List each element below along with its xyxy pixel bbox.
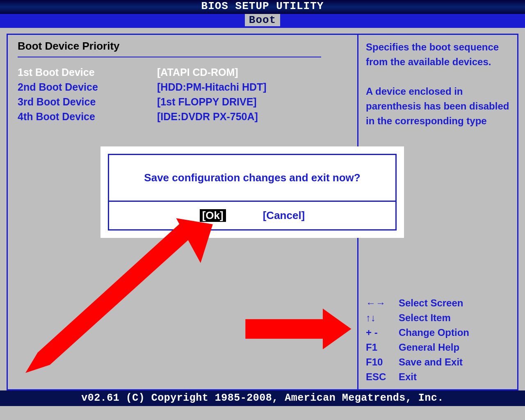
boot-device-label: 2nd Boot Device (18, 80, 157, 94)
key-row: F10 Save and Exit (366, 355, 510, 370)
boot-device-label: 1st Boot Device (18, 65, 157, 80)
key-name: ESC (366, 370, 399, 384)
boot-device-label: 3rd Boot Device (18, 94, 157, 109)
help-paragraph: Specifies the boot sequence from the ava… (366, 40, 510, 69)
key-desc: Save and Exit (399, 355, 463, 370)
section-title: Boot Device Priority (18, 40, 321, 57)
app-title: BIOS SETUP UTILITY (201, 0, 324, 12)
key-desc: Select Item (399, 310, 451, 325)
footer-bar: v02.61 (C) Copyright 1985-2008, American… (0, 390, 525, 406)
main-area: Boot Device Priority 1st Boot Device [AT… (0, 28, 525, 390)
key-row: ↑↓ Select Item (366, 310, 510, 325)
boot-device-value: [1st FLOPPY DRIVE] (157, 94, 257, 109)
boot-device-value: [HDD:PM-Hitachi HDT] (157, 80, 267, 94)
save-exit-dialog: Save configuration changes and exit now?… (100, 146, 404, 238)
key-desc: General Help (399, 340, 459, 355)
key-desc: Select Screen (399, 296, 463, 310)
key-name: + - (366, 325, 399, 340)
tab-boot[interactable]: Boot (245, 14, 280, 26)
key-row: ESC Exit (366, 370, 510, 384)
dialog-box: Save configuration changes and exit now?… (108, 154, 397, 231)
app-title-bar: BIOS SETUP UTILITY (0, 0, 525, 14)
boot-device-row[interactable]: 1st Boot Device [ATAPI CD-ROM] (18, 65, 347, 80)
tab-bar: Boot (0, 14, 525, 28)
key-name: ←→ (366, 296, 399, 310)
content-panel: Boot Device Priority 1st Boot Device [AT… (7, 34, 518, 390)
key-name: ↑↓ (366, 310, 399, 325)
dialog-buttons: [Ok] [Cancel] (109, 202, 395, 229)
boot-device-list: 1st Boot Device [ATAPI CD-ROM] 2nd Boot … (18, 65, 347, 124)
boot-device-row[interactable]: 4th Boot Device [IDE:DVDR PX-750A] (18, 109, 347, 124)
boot-device-value: [ATAPI CD-ROM] (157, 65, 238, 80)
key-name: F1 (366, 340, 399, 355)
boot-device-row[interactable]: 2nd Boot Device [HDD:PM-Hitachi HDT] (18, 80, 347, 94)
footer-text: v02.61 (C) Copyright 1985-2008, American… (81, 392, 444, 404)
key-row: + - Change Option (366, 325, 510, 340)
cancel-button[interactable]: [Cancel] (263, 209, 305, 222)
key-name: F10 (366, 355, 399, 370)
help-text: Specifies the boot sequence from the ava… (366, 40, 510, 128)
key-row: ←→ Select Screen (366, 296, 510, 310)
dialog-message: Save configuration changes and exit now? (109, 155, 395, 202)
key-desc: Change Option (399, 325, 469, 340)
ok-button[interactable]: [Ok] (200, 209, 226, 222)
boot-device-label: 4th Boot Device (18, 109, 157, 124)
boot-device-row[interactable]: 3rd Boot Device [1st FLOPPY DRIVE] (18, 94, 347, 109)
key-desc: Exit (399, 370, 417, 384)
help-paragraph: A device enclosed in parenthesis has bee… (366, 84, 510, 128)
key-legend: ←→ Select Screen ↑↓ Select Item + - Chan… (366, 296, 510, 384)
key-row: F1 General Help (366, 340, 510, 355)
boot-device-value: [IDE:DVDR PX-750A] (157, 109, 258, 124)
